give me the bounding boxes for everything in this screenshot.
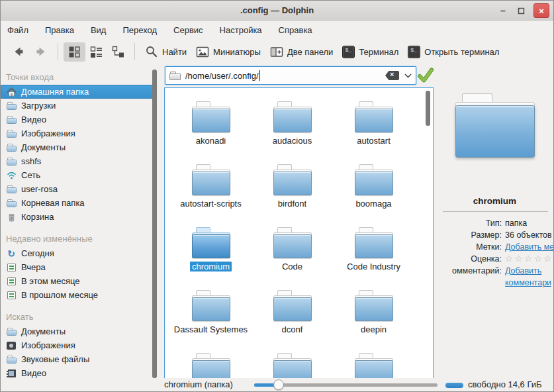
sidebar-item-label: Корзина: [21, 212, 54, 222]
sidebar-item-today[interactable]: ↻ Сегодня: [1, 246, 158, 260]
maximize-button[interactable]: [517, 7, 526, 15]
sidebar-item-label: Изображения: [21, 340, 75, 350]
folder-icon: [355, 227, 393, 258]
selection-info: chromium (папка): [164, 379, 233, 389]
sidebar-item-search-video[interactable]: Видео: [1, 366, 158, 380]
folder-item[interactable]: deepin: [333, 285, 414, 348]
icons-view-button[interactable]: [64, 42, 85, 62]
folder-item[interactable]: [333, 348, 414, 378]
sidebar-item-search-images[interactable]: Изображения: [1, 338, 158, 352]
sidebar-item-pictures[interactable]: Изображения: [1, 126, 158, 140]
minimize-button[interactable]: –: [497, 5, 509, 16]
sidebar-item-root[interactable]: Корневая папка: [1, 196, 158, 210]
sidebar-item-search-documents[interactable]: Документы: [1, 324, 158, 338]
information-panel: chromium Тип: папка Размер: 36 объектов …: [435, 64, 554, 378]
sidebar-scrollbar[interactable]: [152, 70, 157, 378]
folder-item[interactable]: Dassault Systemes: [170, 285, 252, 348]
folder-view[interactable]: akonadi audacious autostart autostart-sc…: [164, 87, 434, 379]
folder-item[interactable]: Code Industry: [333, 222, 414, 285]
folder-name: Dassault Systemes: [174, 324, 248, 334]
sidebar-item-network[interactable]: Сеть: [1, 168, 158, 182]
sidebar-item-last-month[interactable]: В прошлом месяце: [1, 288, 158, 302]
folder-icon: [192, 290, 230, 321]
tree-view-button[interactable]: [107, 42, 129, 62]
terminal-panel-button[interactable]: $_ Терминал: [338, 42, 403, 62]
sidebar-item-video[interactable]: Видео: [1, 113, 158, 126]
open-terminal-label: Открыть терминал: [424, 47, 499, 57]
folder-item[interactable]: akonadi: [170, 96, 252, 159]
sidebar-item-sshfs[interactable]: sshfs: [1, 154, 158, 168]
sidebar-item-downloads[interactable]: Загрузки: [1, 99, 158, 113]
folder-name: deepin: [361, 324, 387, 334]
menu-go[interactable]: Переход: [122, 25, 157, 35]
split-button[interactable]: Две панели: [265, 42, 338, 62]
terminal-label: Терминал: [359, 47, 398, 57]
folder-icon: [355, 353, 393, 378]
info-row-comment: омментарий: Добавить комментарий: [435, 265, 554, 289]
folder-item[interactable]: autostart: [333, 96, 414, 159]
folder-name: autostart-scripts: [180, 199, 241, 209]
history-icon: ↻: [6, 250, 17, 258]
folder-icon: [7, 356, 17, 364]
scrollbar-track[interactable]: [425, 89, 432, 377]
slider-thumb[interactable]: [273, 379, 284, 390]
sidebar-item-user-rosa[interactable]: user-rosa: [1, 182, 158, 196]
menu-view[interactable]: Вид: [91, 25, 107, 35]
find-button[interactable]: Найти: [140, 42, 191, 62]
folder-item[interactable]: boomaga: [333, 159, 414, 222]
info-label: Тип:: [435, 217, 505, 229]
folder-item-selected[interactable]: chromium: [170, 222, 252, 285]
search-section-title: Искать: [1, 311, 158, 324]
sidebar-item-documents[interactable]: Документы: [1, 140, 158, 154]
sidebar-item-this-month[interactable]: В этом месяце: [1, 274, 158, 288]
clear-text-icon[interactable]: ×: [385, 71, 399, 80]
folder-view-scrollbar[interactable]: [426, 91, 430, 126]
add-comment-link[interactable]: Добавить комментарий: [505, 265, 551, 289]
menu-tools[interactable]: Сервис: [173, 25, 203, 35]
details-view-icon: [90, 46, 103, 58]
close-button[interactable]: ×: [533, 3, 549, 18]
folder-icon: [169, 72, 181, 80]
sidebar-item-home[interactable]: Домашняя папка: [1, 85, 157, 99]
checkmark-icon: [417, 67, 434, 84]
zoom-slider[interactable]: [254, 378, 438, 391]
back-button[interactable]: [7, 42, 30, 62]
rating-stars[interactable]: ☆☆☆☆☆: [505, 253, 553, 265]
sidebar-item-search-audio[interactable]: Звуковые файлы: [1, 352, 158, 366]
add-tags-link[interactable]: Добавить метки: [505, 241, 554, 253]
folder-item[interactable]: [252, 348, 333, 378]
menu-help[interactable]: Справка: [279, 25, 312, 35]
folder-name: dconf: [282, 324, 303, 334]
titlebar[interactable]: .config — Dolphin – ×: [1, 1, 553, 21]
sidebar-item-yesterday[interactable]: Вчера: [1, 260, 158, 274]
folder-icon: [273, 353, 312, 378]
info-row-rating: Оценка: ☆☆☆☆☆: [435, 253, 554, 265]
sidebar-item-label: Звуковые файлы: [21, 354, 89, 364]
chevron-down-icon[interactable]: [404, 74, 412, 78]
forward-button[interactable]: [30, 42, 52, 62]
details-view-button[interactable]: [85, 42, 107, 62]
open-terminal-button[interactable]: $_ Открыть терминал: [403, 42, 504, 62]
thumbnails-button[interactable]: Миниатюры: [191, 42, 265, 62]
folder-icon: [273, 101, 312, 132]
folder-item[interactable]: birdfont: [252, 159, 333, 222]
sidebar-item-trash[interactable]: Корзина: [1, 210, 158, 224]
apply-location-button[interactable]: [417, 67, 434, 84]
menu-edit[interactable]: Правка: [45, 25, 74, 35]
dolphin-window: .config — Dolphin – × Файл Правка Вид Пе…: [0, 0, 554, 392]
thumbnails-icon: [196, 46, 209, 58]
location-bar[interactable]: /home/user/.config/ ×: [165, 66, 416, 85]
folder-item[interactable]: autostart-scripts: [170, 159, 252, 222]
menu-settings[interactable]: Настройка: [220, 25, 262, 35]
wifi-icon: [6, 171, 17, 179]
folder-icon: [7, 144, 17, 152]
split-panels-icon: [270, 46, 283, 58]
sidebar-item-label: Корневая папка: [21, 198, 85, 208]
folder-item[interactable]: [170, 348, 252, 378]
folder-item[interactable]: Code: [252, 222, 333, 285]
folder-item[interactable]: audacious: [252, 96, 333, 159]
menu-file[interactable]: Файл: [7, 25, 28, 35]
folder-item[interactable]: dconf: [252, 285, 333, 348]
location-input[interactable]: /home/user/.config/: [185, 71, 259, 81]
calendar-icon: [7, 291, 16, 299]
